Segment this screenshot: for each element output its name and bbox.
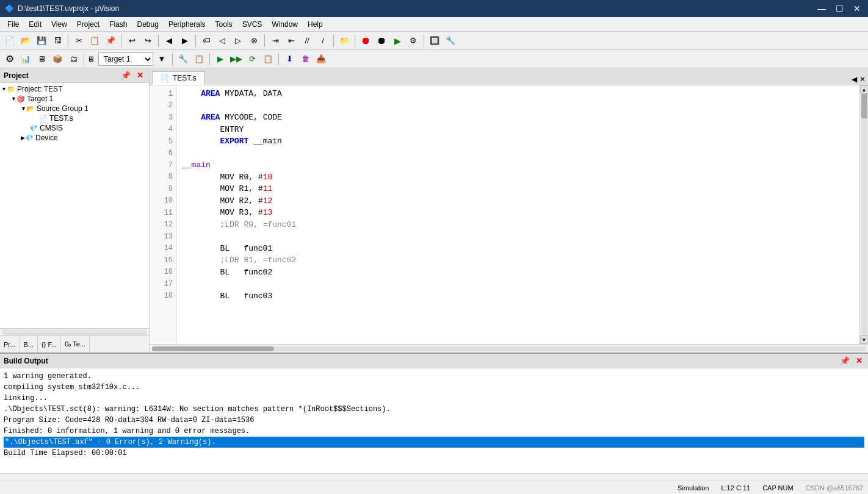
- undo-button[interactable]: ↩: [125, 34, 139, 48]
- translate-button[interactable]: ▶: [213, 52, 228, 66]
- build-toolbar-5[interactable]: 🗂: [66, 52, 81, 66]
- uncomment-button[interactable]: /: [316, 34, 330, 48]
- code-line: AREA MYCODE, CODE: [182, 112, 855, 124]
- build-output-line: compiling system_stm32f10x.c...: [4, 382, 864, 393]
- target-select[interactable]: Target 1: [98, 52, 153, 66]
- line-number: 8: [150, 171, 176, 184]
- menu-item-view[interactable]: View: [46, 19, 72, 30]
- project-tree: ▼ 📁Project: TEST▼ 🎯Target 1▼ 📂Source Gro…: [0, 83, 149, 328]
- sep10: [172, 53, 173, 65]
- menu-item-flash[interactable]: Flash: [104, 19, 132, 30]
- tree-item-test.s[interactable]: 📄TEST.s: [1, 113, 148, 123]
- editor-hscroll-thumb[interactable]: [152, 346, 274, 351]
- tab-scroll-right[interactable]: ✕: [859, 75, 866, 84]
- project-hscrollbar[interactable]: [0, 328, 149, 335]
- debug-button[interactable]: ⏺: [358, 34, 373, 48]
- code-line: AREA MYDATA, DATA: [182, 88, 855, 100]
- sep5: [264, 35, 265, 47]
- menu-item-edit[interactable]: Edit: [24, 19, 46, 30]
- prev-bookmark-button[interactable]: ◁: [215, 34, 230, 48]
- back-button[interactable]: ◀: [162, 34, 176, 48]
- editor-hscrollbar[interactable]: [150, 344, 868, 353]
- batch-build[interactable]: 📋: [261, 52, 275, 66]
- menu-item-debug[interactable]: Debug: [132, 19, 164, 30]
- build-close-btn[interactable]: ✕: [854, 356, 864, 365]
- menu-item-peripherals[interactable]: Peripherals: [164, 19, 211, 30]
- download-ext[interactable]: 📥: [314, 52, 328, 66]
- manage-components[interactable]: 📋: [192, 52, 206, 66]
- menu-item-file[interactable]: File: [2, 19, 24, 30]
- menu-item-help[interactable]: Help: [303, 19, 328, 30]
- forward-button[interactable]: ▶: [178, 34, 192, 48]
- build-output-hscrollbar[interactable]: [0, 473, 868, 481]
- open-button[interactable]: 📂: [18, 34, 33, 48]
- indent-button[interactable]: ⇥: [268, 34, 283, 48]
- vscroll-up-button[interactable]: ▲: [860, 85, 869, 94]
- code-line: MOV R3, #13: [182, 207, 855, 219]
- build-button[interactable]: ▶▶: [229, 52, 244, 66]
- download-button[interactable]: ⬇: [282, 52, 297, 66]
- tree-item-project:-test[interactable]: ▼ 📁Project: TEST: [1, 84, 148, 94]
- build-pin-btn[interactable]: 📌: [838, 356, 852, 365]
- menu-item-svcs[interactable]: SVCS: [237, 19, 267, 30]
- menu-item-window[interactable]: Window: [267, 19, 303, 30]
- proj-tab-0te[interactable]: 0₀ Te...: [61, 336, 90, 353]
- save-all-button[interactable]: 🖫: [50, 34, 65, 48]
- vscroll-thumb[interactable]: [861, 94, 867, 118]
- menu-item-project[interactable]: Project: [72, 19, 104, 30]
- outdent-button[interactable]: ⇤: [284, 34, 298, 48]
- main-area: Project 📌 ✕ ▼ 📁Project: TEST▼ 🎯Target 1▼…: [0, 68, 868, 353]
- tree-item-device[interactable]: ▶ 💎Device: [1, 133, 148, 143]
- build-toolbar-1[interactable]: ⚙: [2, 52, 17, 66]
- tools-button[interactable]: 🔧: [443, 34, 458, 48]
- erase-button[interactable]: 🗑: [298, 52, 313, 66]
- view-button[interactable]: 🔲: [427, 34, 442, 48]
- line-number: 7: [150, 159, 176, 171]
- cut-button[interactable]: ✂: [71, 34, 86, 48]
- code-line: [182, 148, 855, 160]
- sep8: [424, 35, 424, 47]
- code-content[interactable]: AREA MYDATA, DATA AREA MYCODE, CODE ENTR…: [177, 85, 859, 344]
- editor-tab-tests[interactable]: 📄 TEST.s: [152, 71, 204, 85]
- line-number: 12: [150, 219, 176, 231]
- settings-button[interactable]: ⚙: [406, 34, 421, 48]
- proj-tab-f[interactable]: {} F...: [38, 336, 61, 353]
- comment-button[interactable]: //: [300, 34, 314, 48]
- build-toolbar-2[interactable]: 📊: [18, 52, 33, 66]
- build-toolbar-4[interactable]: 📦: [50, 52, 65, 66]
- rebuild-button[interactable]: ⟳: [245, 52, 259, 66]
- code-line: [182, 100, 855, 112]
- tree-item-target-1[interactable]: ▼ 🎯Target 1: [1, 94, 148, 104]
- project-header: Project 📌 ✕: [0, 68, 149, 83]
- tree-item-source-group-1[interactable]: ▼ 📂Source Group 1: [1, 104, 148, 113]
- tab-scroll-left[interactable]: ◀: [852, 75, 857, 84]
- new-file-button[interactable]: 📄: [2, 34, 17, 48]
- open-file-button[interactable]: 📁: [337, 34, 352, 48]
- target-dropdown[interactable]: ▼: [154, 52, 169, 66]
- proj-tab-b[interactable]: B...: [20, 336, 38, 353]
- sep2: [121, 35, 121, 47]
- tree-item-cmsis[interactable]: 💎CMSIS: [1, 123, 148, 133]
- code-line: __main: [182, 159, 855, 171]
- close-button[interactable]: ✕: [851, 4, 863, 13]
- editor-vscrollbar[interactable]: ▲ ▼: [859, 85, 868, 344]
- proj-tab-pr[interactable]: Pr...: [0, 336, 20, 353]
- redo-button[interactable]: ↪: [140, 34, 155, 48]
- bookmark-button[interactable]: 🏷: [199, 34, 214, 48]
- target-options[interactable]: 🔧: [176, 52, 190, 66]
- paste-button[interactable]: 📌: [103, 34, 118, 48]
- minimize-button[interactable]: —: [815, 4, 828, 13]
- build-output-line: ".\Objects\TEST.axf" - 0 Error(s), 2 War…: [4, 437, 864, 448]
- next-bookmark-button[interactable]: ▷: [231, 34, 245, 48]
- project-pin-btn[interactable]: 📌: [119, 71, 132, 80]
- vscroll-down-button[interactable]: ▼: [860, 335, 869, 344]
- run-button[interactable]: ▶: [390, 34, 405, 48]
- project-close-btn[interactable]: ✕: [135, 71, 145, 80]
- maximize-button[interactable]: ☐: [833, 4, 846, 13]
- save-button[interactable]: 💾: [34, 34, 49, 48]
- clear-bookmark-button[interactable]: ⊗: [247, 34, 261, 48]
- build-toolbar-3[interactable]: 🖥: [34, 52, 49, 66]
- stop-button[interactable]: ⏺: [374, 34, 389, 48]
- copy-button[interactable]: 📋: [87, 34, 102, 48]
- menu-item-tools[interactable]: Tools: [211, 19, 237, 30]
